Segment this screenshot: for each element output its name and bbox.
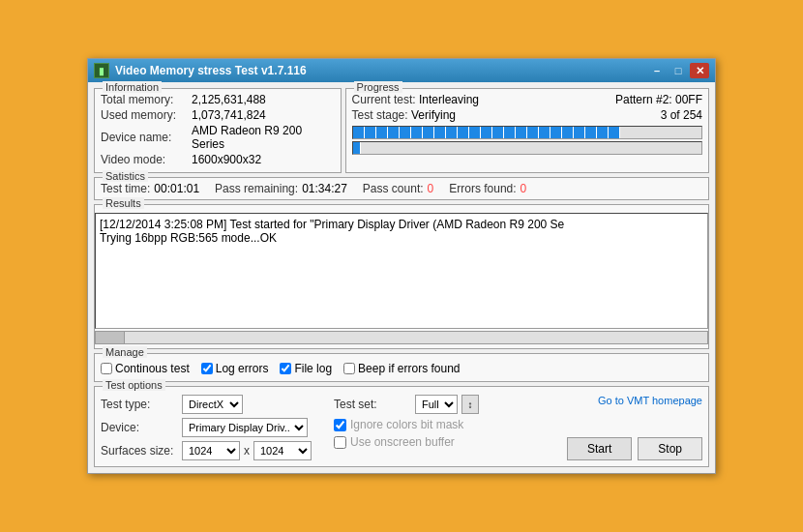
progress-current-row: Current test: Interleaving Pattern #2: 0… xyxy=(352,93,702,106)
video-mode-row: Video mode: 1600x900x32 xyxy=(101,153,335,166)
stage-count: 3 of 254 xyxy=(661,108,702,122)
pb-seg xyxy=(597,127,609,138)
progress-section: Progress Current test: Interleaving Patt… xyxy=(345,88,709,173)
pb-seg xyxy=(458,127,469,138)
device-name-label: Device name: xyxy=(101,131,188,144)
pb-seg xyxy=(609,127,620,138)
results-log[interactable]: [12/12/2014 3:25:08 PM] Test started for… xyxy=(95,213,708,329)
test-options-title: Test options xyxy=(103,379,165,391)
pass-count-value: 0 xyxy=(428,182,434,195)
pb-seg xyxy=(585,127,597,138)
pass-count-label: Pass count: xyxy=(363,182,424,195)
main-window: ▮ Video Memory stress Test v1.7.116 – □ … xyxy=(87,58,716,474)
titlebar: ▮ Video Memory stress Test v1.7.116 – □ … xyxy=(88,59,715,82)
statistics-title: Satistics xyxy=(103,170,148,182)
pb-seg xyxy=(469,127,481,138)
options-left-col: Test type: DirectX Device: Primary Displ… xyxy=(101,395,326,460)
test-set-spin-button[interactable]: ↕ xyxy=(461,395,479,414)
continuous-test-label: Continous test xyxy=(115,362,190,375)
information-title: Information xyxy=(103,81,162,93)
progress-bar-2 xyxy=(352,141,702,155)
onscreen-buffer-label: Use onscreen buffer xyxy=(350,435,455,449)
top-sections: Information Total memory: 2,125,631,488 … xyxy=(94,88,709,173)
total-memory-value: 2,125,631,488 xyxy=(192,93,266,106)
maximize-button[interactable]: □ xyxy=(669,63,688,78)
progress-bar-inner-2 xyxy=(353,142,361,154)
options-right-col: Go to VMT homepage Start Stop xyxy=(567,395,702,460)
scrollbar-thumb[interactable] xyxy=(96,332,125,343)
pb-seg xyxy=(365,127,376,138)
pass-remaining-value: 01:34:27 xyxy=(302,182,347,195)
stop-button[interactable]: Stop xyxy=(638,437,702,460)
action-buttons: Start Stop xyxy=(567,437,702,460)
used-memory-row: Used memory: 1,073,741,824 xyxy=(101,108,335,122)
log-errors-checkbox-item: Log errors xyxy=(201,362,269,375)
window-title: Video Memory stress Test v1.7.116 xyxy=(115,64,307,77)
test-time-value: 00:01:01 xyxy=(154,182,199,195)
vmt-link[interactable]: Go to VMT homepage xyxy=(598,395,702,406)
current-test-label: Current test: xyxy=(352,93,416,106)
progress-stage-row: Test stage: Verifying 3 of 254 xyxy=(352,108,702,122)
app-icon: ▮ xyxy=(94,63,109,78)
test-set-select[interactable]: Full xyxy=(415,395,458,414)
test-stage-group: Test stage: Verifying xyxy=(352,108,456,122)
beep-errors-checkbox-item: Beep if errors found xyxy=(343,362,460,375)
beep-errors-checkbox[interactable] xyxy=(343,363,355,374)
onscreen-buffer-checkbox[interactable] xyxy=(334,436,346,449)
pb-seg xyxy=(423,127,434,138)
file-log-checkbox[interactable] xyxy=(280,363,291,374)
surfaces-size-h-select[interactable]: 1024 xyxy=(253,441,312,460)
pb-seg-2 xyxy=(353,142,361,154)
horizontal-scrollbar[interactable] xyxy=(95,331,708,344)
information-section: Information Total memory: 2,125,631,488 … xyxy=(94,88,342,173)
pass-count-stat: Pass count: 0 xyxy=(363,182,433,195)
window-body: Information Total memory: 2,125,631,488 … xyxy=(88,82,715,473)
ignore-colors-checkbox[interactable] xyxy=(334,419,346,431)
surfaces-size-row: Surfaces size: 1024 x 1024 xyxy=(101,441,326,460)
pb-seg xyxy=(400,127,411,138)
manage-title: Manage xyxy=(103,346,147,358)
pb-seg xyxy=(481,127,492,138)
errors-found-stat: Errors found: 0 xyxy=(449,182,526,195)
progress-bar-inner-1 xyxy=(353,127,620,138)
device-select[interactable]: Primary Display Driv... xyxy=(182,418,308,437)
test-type-select[interactable]: DirectX xyxy=(182,395,243,414)
log-line-2: Trying 16bpp RGB:565 mode...OK xyxy=(100,231,703,245)
pb-seg xyxy=(562,127,574,138)
surfaces-size-w-select[interactable]: 1024 xyxy=(182,441,240,460)
manage-section: Manage Continous test Log errors File lo… xyxy=(94,353,709,382)
file-log-checkbox-item: File log xyxy=(280,362,332,375)
close-button[interactable]: ✕ xyxy=(690,63,709,78)
ignore-colors-row: Ignore colors bit mask xyxy=(334,418,559,431)
options-middle-col: Test set: Full ↕ Ignore colors bit mask … xyxy=(334,395,559,460)
test-time-stat: Test time: 00:01:01 xyxy=(101,182,199,195)
pb-seg xyxy=(527,127,539,138)
test-set-label: Test set: xyxy=(334,398,411,411)
file-log-label: File log xyxy=(294,362,332,375)
pattern-label: Pattern #2: 00FF xyxy=(615,93,702,106)
minimize-button[interactable]: – xyxy=(647,63,667,78)
manage-row: Continous test Log errors File log Beep … xyxy=(101,362,702,375)
statistics-section: Satistics Test time: 00:01:01 Pass remai… xyxy=(94,177,709,200)
start-button[interactable]: Start xyxy=(567,437,632,460)
test-type-row: Test type: DirectX xyxy=(101,395,326,414)
test-time-label: Test time: xyxy=(101,182,150,195)
pb-seg xyxy=(492,127,504,138)
titlebar-left: ▮ Video Memory stress Test v1.7.116 xyxy=(94,63,307,78)
onscreen-buffer-row: Use onscreen buffer xyxy=(334,435,559,449)
pb-seg xyxy=(411,127,423,138)
progress-bar-1 xyxy=(352,126,702,139)
current-test-group: Current test: Interleaving xyxy=(352,93,479,106)
log-errors-checkbox[interactable] xyxy=(201,363,213,374)
used-memory-value: 1,073,741,824 xyxy=(192,108,266,122)
pb-seg xyxy=(504,127,516,138)
results-section: Results [12/12/2014 3:25:08 PM] Test sta… xyxy=(94,204,709,349)
continuous-test-checkbox[interactable] xyxy=(101,363,112,374)
ignore-colors-label: Ignore colors bit mask xyxy=(350,418,463,431)
test-type-label: Test type: xyxy=(101,398,178,411)
x-separator: x xyxy=(244,444,250,458)
current-test-value: Interleaving xyxy=(419,93,479,106)
device-label: Device: xyxy=(101,421,178,434)
pb-seg xyxy=(550,127,562,138)
pass-remaining-stat: Pass remaining: 01:34:27 xyxy=(215,182,347,195)
